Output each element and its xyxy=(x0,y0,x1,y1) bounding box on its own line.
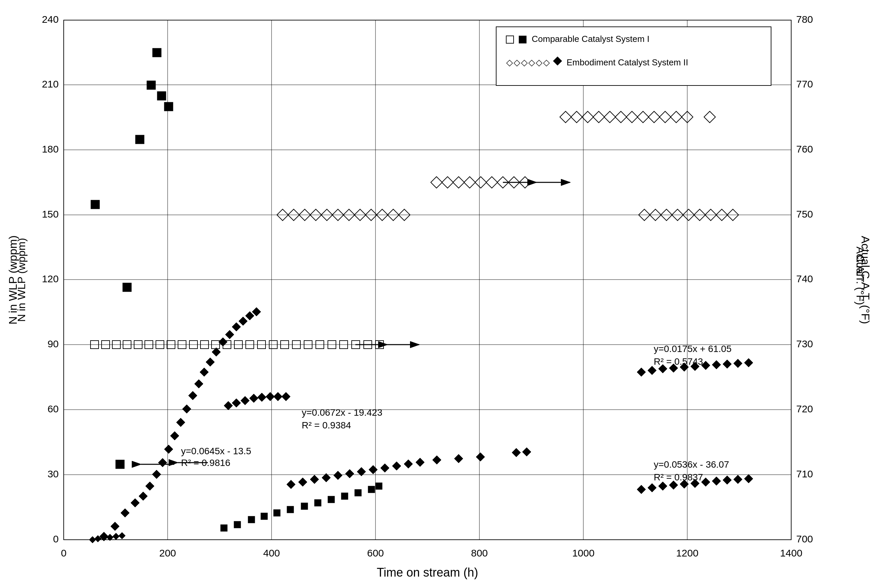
svg-marker-149 xyxy=(139,492,147,501)
svg-text:60: 60 xyxy=(48,403,59,414)
svg-marker-164 xyxy=(232,322,241,331)
svg-marker-184 xyxy=(369,465,377,474)
svg-marker-146 xyxy=(111,522,119,531)
svg-rect-87 xyxy=(301,503,308,510)
svg-rect-76 xyxy=(135,135,144,144)
svg-marker-205 xyxy=(637,485,646,494)
svg-marker-187 xyxy=(404,460,413,468)
svg-marker-124 xyxy=(637,111,649,123)
svg-marker-122 xyxy=(615,111,627,123)
equation-2-r2: R² = 0.9384 xyxy=(302,420,351,430)
equation-4-r2: R² = 0.9837 xyxy=(654,472,703,482)
svg-marker-193 xyxy=(522,447,531,456)
svg-marker-108 xyxy=(453,177,464,188)
svg-marker-172 xyxy=(249,394,258,403)
svg-marker-151 xyxy=(152,470,161,479)
svg-marker-106 xyxy=(431,177,442,188)
svg-marker-111 xyxy=(486,177,498,188)
svg-text:0: 0 xyxy=(61,548,67,558)
svg-rect-79 xyxy=(157,92,166,100)
svg-marker-125 xyxy=(648,111,660,123)
chart-container: 0 30 60 90 120 150 180 210 240 700 710 7… xyxy=(0,0,875,588)
svg-marker-179 xyxy=(310,475,319,484)
svg-marker-177 xyxy=(287,480,295,489)
svg-text:30: 30 xyxy=(48,468,59,479)
svg-text:200: 200 xyxy=(159,548,176,558)
svg-rect-77 xyxy=(147,81,156,90)
svg-marker-144 xyxy=(119,532,125,539)
svg-marker-194 xyxy=(637,368,646,376)
equation-3-r2: R² = 0.5743 xyxy=(654,356,703,367)
svg-marker-126 xyxy=(659,111,671,123)
svg-marker-169 xyxy=(224,401,233,410)
svg-marker-118 xyxy=(571,111,582,123)
svg-rect-75 xyxy=(123,283,131,292)
svg-marker-170 xyxy=(232,399,241,407)
svg-rect-83 xyxy=(248,516,255,523)
svg-marker-178 xyxy=(299,478,307,486)
svg-rect-90 xyxy=(341,493,348,500)
svg-marker-156 xyxy=(182,405,191,413)
svg-text:240: 240 xyxy=(42,14,59,25)
svg-text:1400: 1400 xyxy=(780,548,803,558)
svg-marker-157 xyxy=(188,391,197,400)
svg-text:1000: 1000 xyxy=(572,548,595,558)
svg-marker-143 xyxy=(113,533,119,540)
svg-marker-175 xyxy=(273,392,282,401)
svg-text:1200: 1200 xyxy=(676,548,699,558)
svg-text:740: 740 xyxy=(796,273,813,284)
svg-text:750: 750 xyxy=(796,208,813,220)
svg-rect-88 xyxy=(314,500,321,506)
svg-text:710: 710 xyxy=(796,468,813,479)
svg-marker-110 xyxy=(475,177,486,188)
svg-rect-219 xyxy=(519,36,526,43)
svg-text:0: 0 xyxy=(53,533,59,544)
svg-text:180: 180 xyxy=(42,144,59,154)
svg-rect-93 xyxy=(375,483,382,489)
legend-label-2: Embodiment Catalyst System II xyxy=(567,57,688,68)
svg-marker-171 xyxy=(241,396,249,405)
svg-marker-148 xyxy=(131,498,140,507)
svg-marker-153 xyxy=(164,445,173,454)
svg-marker-109 xyxy=(464,177,476,188)
svg-marker-127 xyxy=(671,111,682,123)
svg-marker-212 xyxy=(712,477,721,485)
svg-marker-190 xyxy=(454,454,463,463)
svg-marker-166 xyxy=(245,311,254,320)
equation-3-text: y=0.0175x + 61.05 xyxy=(654,344,731,354)
svg-marker-182 xyxy=(345,470,354,478)
svg-marker-181 xyxy=(333,471,342,480)
svg-marker-173 xyxy=(257,393,266,402)
svg-rect-80 xyxy=(164,102,173,111)
equation-4-text: y=0.0536x - 36.07 xyxy=(654,459,729,470)
svg-marker-152 xyxy=(158,458,167,467)
svg-marker-165 xyxy=(239,317,248,326)
svg-marker-191 xyxy=(476,453,485,461)
svg-marker-189 xyxy=(432,456,441,464)
y-right-axis-label-2: C.A.T. (°F) xyxy=(854,255,866,305)
svg-marker-186 xyxy=(392,462,401,470)
svg-marker-163 xyxy=(225,330,234,339)
svg-marker-119 xyxy=(582,111,593,123)
x-axis-label: Time on stream (h) xyxy=(377,566,479,579)
svg-marker-159 xyxy=(200,368,209,376)
svg-text:600: 600 xyxy=(367,548,384,558)
svg-rect-81 xyxy=(221,525,227,531)
svg-marker-206 xyxy=(648,483,656,492)
legend-diamonds-open: ◇◇◇◇◇◇ xyxy=(506,57,551,68)
legend-label-1: Comparable Catalyst System I xyxy=(532,34,649,44)
svg-marker-188 xyxy=(416,458,425,466)
svg-text:210: 210 xyxy=(42,78,59,90)
svg-marker-214 xyxy=(734,475,742,484)
svg-marker-195 xyxy=(648,366,656,375)
svg-marker-213 xyxy=(723,476,731,484)
svg-marker-207 xyxy=(659,482,667,490)
svg-text:720: 720 xyxy=(796,403,813,414)
svg-marker-123 xyxy=(626,111,638,123)
svg-text:780: 780 xyxy=(796,14,813,25)
svg-marker-107 xyxy=(442,177,453,188)
svg-marker-155 xyxy=(176,418,185,427)
svg-marker-160 xyxy=(206,358,215,366)
svg-marker-139 xyxy=(89,536,96,543)
svg-text:400: 400 xyxy=(263,548,280,558)
